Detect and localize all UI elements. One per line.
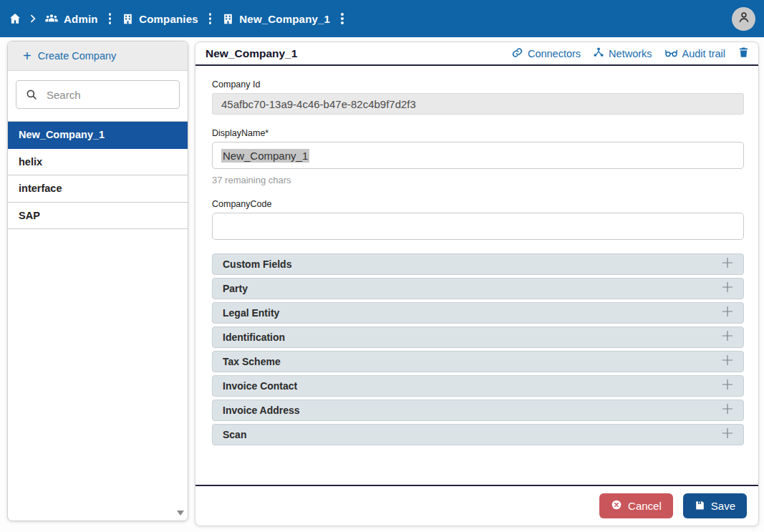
building-icon — [222, 13, 234, 25]
topbar: Admin Companies New_Company_1 — [0, 0, 764, 37]
display-name-value: New_Company_1 — [221, 149, 309, 163]
cancel-label: Cancel — [628, 500, 662, 512]
expand-plus-icon — [720, 426, 735, 443]
breadcrumb-companies[interactable]: Companies — [139, 13, 198, 25]
accordion-label: Custom Fields — [223, 258, 720, 270]
user-avatar[interactable] — [732, 7, 755, 31]
company-id-label: Company Id — [212, 79, 744, 90]
connectors-link[interactable]: Connectors — [511, 47, 581, 61]
cancel-x-circle-icon — [611, 499, 622, 513]
company-code-label: CompanyCode — [212, 199, 744, 209]
accordion-label: Identification — [223, 332, 720, 343]
save-button[interactable]: Save — [683, 493, 747, 518]
company-list-item[interactable]: SAP — [8, 203, 188, 230]
company-item-label: helix — [19, 156, 42, 168]
cancel-button[interactable]: Cancel — [599, 493, 673, 518]
display-name-label: DisplayName* — [212, 128, 744, 138]
breadcrumb-current-company[interactable]: New_Company_1 — [239, 13, 330, 25]
building-icon — [122, 13, 134, 25]
expand-plus-icon — [720, 377, 735, 395]
scroll-down-arrow-icon[interactable] — [177, 511, 184, 516]
expand-plus-icon — [720, 304, 735, 321]
accordion-party[interactable]: Party — [212, 278, 744, 299]
kebab-menu-icon[interactable] — [104, 11, 117, 26]
connectors-label: Connectors — [528, 48, 581, 59]
page-title: New_Company_1 — [205, 47, 511, 60]
networks-label: Networks — [609, 48, 652, 59]
expand-plus-icon — [720, 280, 735, 297]
company-item-label: interface — [19, 183, 62, 194]
accordion-label: Party — [223, 283, 720, 294]
networks-link[interactable]: Networks — [593, 47, 652, 60]
panel-actions: Connectors Networks — [511, 46, 750, 62]
company-list-item[interactable]: New_Company_1 — [8, 122, 188, 149]
company-detail-panel: New_Company_1 Connectors — [195, 42, 759, 526]
accordion-label: Scan — [223, 429, 720, 440]
accordion-identification[interactable]: Identification — [212, 327, 744, 348]
create-company-button[interactable]: + Create Company — [8, 42, 188, 71]
panel-header: New_Company_1 Connectors — [195, 42, 758, 66]
breadcrumb: Admin Companies New_Company_1 — [9, 11, 732, 26]
trash-icon — [738, 46, 750, 61]
accordion-invoice-address[interactable]: Invoice Address — [212, 400, 744, 421]
kebab-menu-icon[interactable] — [336, 11, 349, 26]
accordion-legal-entity[interactable]: Legal Entity — [212, 302, 744, 324]
users-icon — [44, 11, 59, 26]
delete-company-button[interactable] — [738, 46, 750, 61]
expand-plus-icon — [720, 402, 735, 419]
kebab-menu-icon[interactable] — [204, 11, 217, 26]
company-list-item[interactable]: interface — [8, 175, 188, 203]
network-nodes-icon — [593, 47, 604, 60]
glasses-icon — [664, 46, 678, 62]
company-sidebar: + Create Company New_Company_1 helix int… — [7, 41, 188, 521]
chevron-right-icon — [28, 14, 38, 24]
plus-icon: + — [23, 49, 32, 63]
accordion-tax-scheme[interactable]: Tax Scheme — [212, 351, 744, 372]
company-list-item[interactable]: helix — [8, 149, 188, 176]
search-icon — [25, 88, 38, 104]
expand-plus-icon — [720, 353, 735, 370]
company-form: Company Id 45afbc70-13a9-4c46-b47e-82c4b… — [195, 66, 758, 485]
panel-footer: Cancel Save — [195, 485, 758, 526]
person-icon — [736, 9, 752, 28]
audit-trail-label: Audit trail — [682, 48, 725, 59]
company-list: New_Company_1 helix interface SAP — [8, 121, 188, 229]
company-item-label: SAP — [19, 210, 40, 221]
expand-plus-icon — [720, 256, 735, 273]
company-item-label: New_Company_1 — [19, 129, 105, 140]
accordion-group: Custom Fields Party Legal Entity Identif… — [212, 253, 744, 445]
company-search — [16, 80, 180, 109]
home-icon[interactable] — [9, 12, 21, 25]
save-floppy-icon — [695, 500, 705, 513]
breadcrumb-admin[interactable]: Admin — [64, 13, 98, 25]
search-input[interactable] — [16, 80, 180, 109]
accordion-scan[interactable]: Scan — [212, 424, 744, 445]
link-chain-icon — [511, 47, 523, 61]
accordion-custom-fields[interactable]: Custom Fields — [212, 253, 744, 275]
accordion-label: Tax Scheme — [223, 356, 720, 367]
company-id-field: 45afbc70-13a9-4c46-b47e-82c4b9f7d2f3 — [212, 93, 744, 115]
expand-plus-icon — [720, 329, 735, 346]
app-window: Admin Companies New_Company_1 — [0, 0, 764, 532]
accordion-invoice-contact[interactable]: Invoice Contact — [212, 375, 744, 397]
accordion-label: Invoice Address — [223, 405, 720, 416]
accordion-label: Invoice Contact — [223, 380, 720, 392]
save-label: Save — [711, 500, 735, 512]
display-name-field[interactable]: New_Company_1 — [212, 142, 744, 169]
create-company-label: Create Company — [38, 50, 117, 62]
company-code-field[interactable] — [212, 213, 744, 240]
accordion-label: Legal Entity — [223, 307, 720, 319]
remaining-chars-hint: 37 remaining chars — [212, 175, 744, 185]
audit-trail-link[interactable]: Audit trail — [664, 46, 725, 62]
